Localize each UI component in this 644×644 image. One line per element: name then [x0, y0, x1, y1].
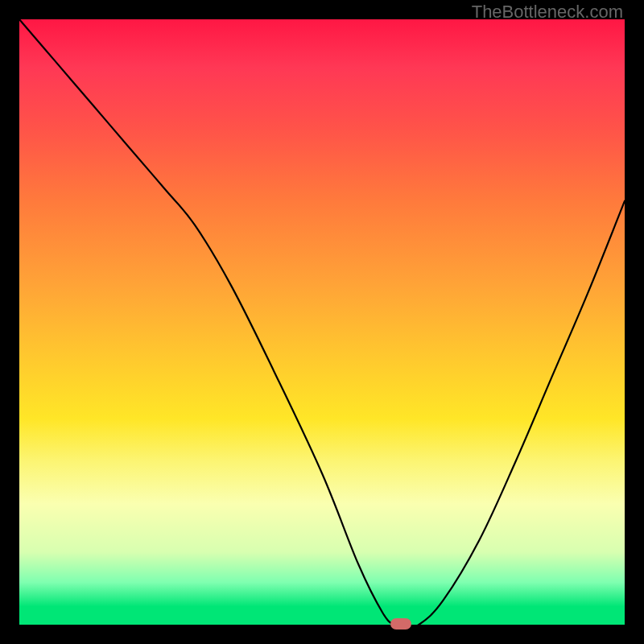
plot-area	[19, 19, 625, 625]
optimal-point-marker	[390, 618, 411, 630]
chart-frame: TheBottleneck.com	[0, 0, 644, 644]
bottleneck-curve	[19, 19, 625, 625]
